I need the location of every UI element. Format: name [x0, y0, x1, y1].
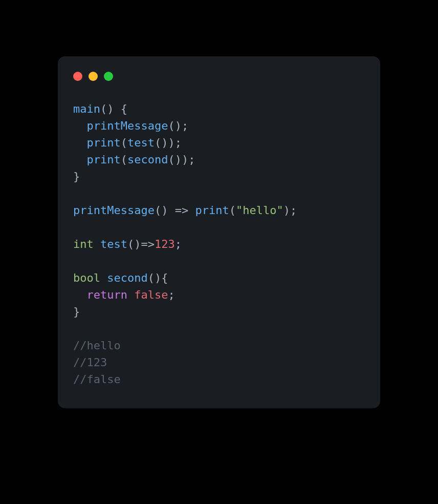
code-token: ( [121, 153, 127, 166]
code-token [73, 255, 80, 267]
code-token: } [73, 170, 80, 183]
code-token [73, 322, 80, 335]
code-line: //false [73, 371, 365, 388]
code-token [73, 288, 87, 301]
close-icon[interactable] [73, 72, 82, 81]
code-token: print [87, 136, 121, 149]
code-line [73, 320, 365, 337]
code-token: print [195, 204, 229, 217]
code-token: ()); [168, 153, 195, 166]
code-token: ()); [155, 136, 182, 149]
code-line: } [73, 168, 365, 185]
code-token: "hello" [236, 204, 283, 217]
code-line: bool second(){ [73, 269, 365, 286]
code-line: print(test()); [73, 134, 365, 151]
code-token: test [100, 238, 127, 250]
minimize-icon[interactable] [89, 72, 98, 81]
code-line: printMessage(); [73, 117, 365, 134]
code-token: int [73, 238, 94, 250]
code-token: ()=> [127, 238, 155, 250]
code-token: 123 [155, 238, 175, 250]
code-token: ); [283, 204, 297, 217]
code-line: //123 [73, 354, 365, 371]
code-token: (){ [148, 271, 168, 284]
code-token: ; [175, 238, 182, 250]
code-line: } [73, 303, 365, 320]
code-token [73, 136, 87, 149]
code-token: false [134, 288, 168, 301]
code-window: main() { printMessage(); print(test()); … [58, 56, 380, 408]
code-token: printMessage [87, 119, 168, 132]
code-token [73, 153, 87, 166]
code-line [73, 253, 365, 269]
code-token: () { [100, 102, 127, 115]
code-line: printMessage() => print("hello"); [73, 202, 365, 219]
code-token: ( [229, 204, 236, 217]
code-token: //false [73, 373, 121, 386]
code-token: ; [168, 288, 174, 301]
code-line [73, 219, 365, 236]
code-token: () => [155, 204, 195, 217]
code-token [100, 271, 107, 284]
code-token: second [127, 153, 168, 166]
code-token: main [73, 102, 100, 115]
code-token [73, 187, 80, 200]
code-line: int test()=>123; [73, 236, 365, 253]
code-line: //hello [73, 337, 365, 354]
code-token: return [87, 288, 127, 301]
code-line: return false; [73, 286, 365, 303]
code-block: main() { printMessage(); print(test()); … [73, 100, 365, 388]
code-line [73, 185, 365, 202]
code-token: printMessage [73, 204, 155, 217]
code-token: ( [121, 136, 127, 149]
code-token [73, 119, 87, 132]
code-token [94, 238, 100, 250]
code-line: main() { [73, 100, 365, 117]
window-titlebar [73, 72, 365, 81]
code-token: second [107, 271, 147, 284]
maximize-icon[interactable] [104, 72, 113, 81]
code-token: } [73, 305, 80, 318]
code-token [73, 221, 80, 234]
code-token [127, 288, 134, 301]
code-token: //hello [73, 339, 121, 352]
code-token: //123 [73, 356, 107, 369]
code-token: (); [168, 119, 188, 132]
code-token: test [127, 136, 155, 149]
code-token: print [87, 153, 121, 166]
code-token: bool [73, 271, 100, 284]
code-line: print(second()); [73, 151, 365, 168]
